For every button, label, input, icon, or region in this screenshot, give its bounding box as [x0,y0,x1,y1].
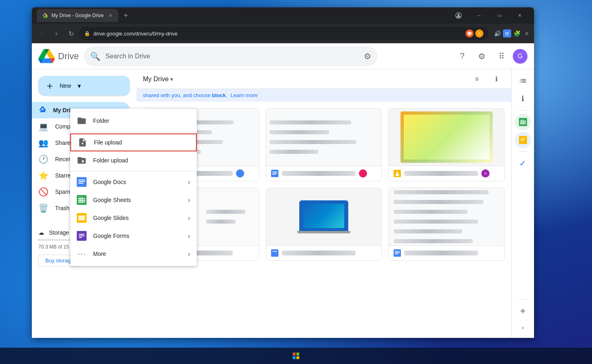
file-preview-3 [389,109,504,166]
spam-label: Spam [55,189,70,195]
menu-item-more[interactable]: ⋯ More › [70,245,197,263]
file-card-5[interactable] [266,188,382,261]
extension-icon-1[interactable]: M [503,29,511,38]
breadcrumb: My Drive ▾ [143,75,173,83]
keep-panel-button[interactable] [515,132,531,148]
menu-item-google-slides[interactable]: Google Slides › [70,209,197,227]
list-view-button[interactable]: ≡ [469,71,485,87]
panel-divider-2 [518,151,528,152]
add-panel-button[interactable]: + [515,303,531,319]
svg-rect-33 [78,181,85,182]
menu-item-google-docs[interactable]: Google Docs › [70,173,197,191]
menu-item-google-sheets[interactable]: Google Sheets › [70,191,197,209]
learn-more-link[interactable]: Learn more [231,92,258,98]
header-right: ? ⚙ ⠿ G [454,48,527,64]
profile-button[interactable] [449,9,468,22]
folder-upload-label: Folder upload [93,157,190,164]
new-button-label: New [60,82,71,89]
address-bar[interactable]: 🔒 drive.google.com/drive/u/0/my-drive ⚠ [79,27,488,40]
forward-button[interactable]: › [50,27,63,40]
menu-icon[interactable]: ≡ [523,29,531,38]
svg-rect-17 [272,251,277,252]
apps-button[interactable]: ⠿ [493,48,510,64]
menu-item-google-forms[interactable]: Google Forms › [70,227,197,245]
maximize-button[interactable]: ▭ [490,9,509,22]
plus-icon: ＋ [45,79,55,92]
new-tab-button[interactable]: + [120,10,131,21]
active-tab[interactable]: My Drive - Google Drive ✕ [37,9,118,22]
speaker-icon[interactable]: 🔊 [493,29,501,38]
sheets-panel-button[interactable] [515,114,531,130]
folder-label: Folder [93,118,190,124]
help-button[interactable]: ? [454,48,470,64]
extension-icons: 🔊 M 🧩 ≡ [493,29,531,38]
reload-button[interactable]: ↻ [65,27,78,40]
tab-area: My Drive - Google Drive ✕ + [37,9,446,22]
svg-rect-34 [78,183,83,184]
recent-icon: 🕐 [38,154,49,164]
svg-rect-27 [523,119,524,124]
trash-label: Trash [55,205,69,211]
new-button[interactable]: ＋ New ▾ [38,76,130,95]
google-slides-arrow: › [188,214,190,222]
menu-item-folder[interactable]: Folder [70,112,197,130]
breadcrumb-arrow: ▾ [170,76,173,82]
user-avatar[interactable]: G [513,49,527,64]
file-card-3[interactable]: A [388,108,505,181]
google-sheets-arrow: › [188,196,190,204]
back-button[interactable]: ‹ [35,27,48,40]
svg-rect-20 [395,253,400,253]
spam-icon: 🚫 [38,187,49,197]
file-upload-label: File upload [94,139,189,146]
menu-item-file-upload[interactable]: File upload [70,133,197,151]
svg-rect-30 [521,140,524,141]
notification-banner: shared with you, and choose block. Learn… [136,89,511,102]
my-drive-icon [38,105,47,115]
more-arrow: › [188,250,190,258]
file-card-2[interactable] [266,108,382,181]
extension-icon-2[interactable]: 🧩 [513,29,521,38]
details-panel-button[interactable] [515,73,531,89]
drive-logo-icon [38,48,55,64]
page-content: Drive 🔍 Search in Drive ⚙ ? ⚙ ⠿ G ＋ New [32,43,534,338]
new-button-arrow: ▾ [78,82,81,90]
svg-rect-50 [296,356,299,359]
folder-upload-icon [77,155,87,165]
folder-icon [77,116,87,126]
address-bar-row: ‹ › ↻ 🔒 drive.google.com/drive/u/0/my-dr… [32,24,534,43]
menu-item-folder-upload[interactable]: Folder upload [70,151,197,169]
google-slides-label: Google Slides [93,215,181,221]
computers-icon: 💻 [38,122,49,131]
drive-logo-text: Drive [58,51,79,62]
start-button[interactable] [289,348,303,363]
search-filter-icon[interactable]: ⚙ [364,51,371,61]
trash-icon: 🗑️ [38,203,49,213]
file-card-6[interactable] [388,188,505,261]
browser-window: My Drive - Google Drive ✕ + ─ ▭ ✕ ‹ › ↻ … [32,7,534,338]
search-icon: 🔍 [90,51,100,61]
info-button[interactable]: ℹ [488,71,505,87]
security-icon: 🔒 [84,31,90,36]
close-button[interactable]: ✕ [510,9,529,22]
svg-rect-44 [79,234,85,235]
search-bar[interactable]: 🔍 Search in Drive ⚙ [84,47,378,66]
activity-panel-button[interactable]: ℹ [515,91,531,107]
minimize-button[interactable]: ─ [470,9,488,22]
tasks-panel-button[interactable]: ✓ [515,155,531,171]
storage-used-bar [38,239,39,241]
brave-shield-icon[interactable] [465,29,474,38]
menu-divider-2 [70,171,197,171]
taskbar [0,348,592,364]
expand-panel-button[interactable]: › [519,321,527,335]
svg-rect-9 [272,174,276,175]
content-toolbar: My Drive ▾ ≡ ℹ [136,69,511,89]
file-upload-icon [78,138,87,147]
tab-close-button[interactable]: ✕ [107,12,114,19]
google-docs-icon [77,177,87,187]
panel-divider-1 [518,110,528,111]
tab-favicon [42,12,48,19]
settings-button[interactable]: ⚙ [474,48,490,64]
svg-rect-48 [296,353,299,355]
google-docs-label: Google Docs [93,179,181,185]
address-text: drive.google.com/drive/u/0/my-drive [93,31,462,37]
